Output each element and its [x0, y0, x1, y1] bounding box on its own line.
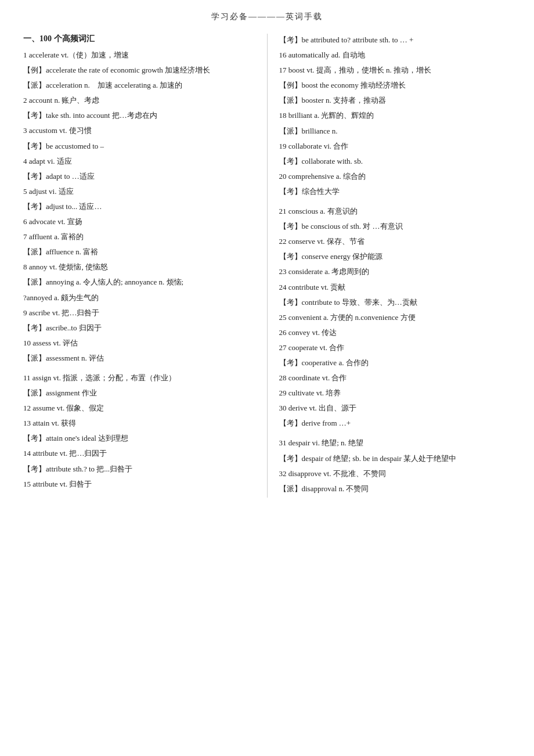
list-item: 2 account n. 账户、考虑	[23, 94, 255, 107]
list-item: 12 assume vt. 假象、假定	[23, 402, 255, 415]
list-item: 【考】attain one's ideal 达到理想	[23, 432, 255, 445]
list-item: 【派】disapproval n. 不赞同	[279, 483, 511, 495]
list-item: 19 collaborate vi. 合作	[279, 140, 511, 153]
list-item: 24 contribute vt. 贡献	[279, 281, 511, 294]
list-item: 22 conserve vt. 保存、节省	[279, 235, 511, 248]
list-item: 【例】boost the economy 推动经济增长	[279, 79, 511, 92]
list-item: 【派】affluence n. 富裕	[23, 246, 255, 258]
page-title: 学习必备————英词手载	[17, 12, 517, 22]
list-item: 【派】annoying a. 令人恼人的; annoyance n. 烦恼;	[23, 276, 255, 289]
list-item: 7 affluent a. 富裕的	[23, 231, 255, 243]
list-item: 32 disapprove vt. 不批准、不赞同	[279, 467, 511, 480]
list-item: 【考】adapt to …适应	[23, 170, 255, 183]
list-item: 【派】assessment n. 评估	[23, 352, 255, 365]
list-item: 20 comprehensive a. 综合的	[279, 170, 511, 183]
list-item: 26 convey vt. 传达	[279, 326, 511, 339]
list-item: 【派】acceleration n. 加速 accelerating a. 加速…	[23, 79, 255, 92]
list-item: 27 cooperate vt. 合作	[279, 341, 511, 354]
list-item: 11 assign vt. 指派，选派；分配，布置（作业）	[23, 372, 255, 384]
list-item: 28 coordinate vt. 合作	[279, 372, 511, 384]
list-item: 【考】contribute to 导致、带来、为…贡献	[279, 296, 511, 309]
list-item: 【考】be conscious of sth. 对 …有意识	[279, 220, 511, 233]
content-wrapper: 一、100 个高频词汇 1 accelerate vt.（使）加速，增速【例】a…	[17, 34, 517, 498]
list-item: 18 brilliant a. 光辉的、辉煌的	[279, 109, 511, 122]
list-item: 【派】booster n. 支持者，推动器	[279, 94, 511, 107]
list-item: 【派】assignment 作业	[23, 387, 255, 399]
list-item: 17 boost vt. 提高，推动，使增长 n. 推动，增长	[279, 64, 511, 77]
list-item: 25 convenient a. 方便的 n.convenience 方便	[279, 311, 511, 324]
list-item: 3 accustom vt. 使习惯	[23, 124, 255, 137]
list-item: 1 accelerate vt.（使）加速，增速	[23, 49, 255, 62]
list-item: 8 annoy vt. 使烦恼, 使恼怒	[23, 261, 255, 273]
list-item: 【考】综合性大学	[279, 185, 511, 198]
list-item: 4 adapt vi. 适应	[23, 155, 255, 168]
list-item: 15 attribute vt. 归咎于	[23, 478, 255, 491]
list-item: 【考】ascribe..to 归因于	[23, 322, 255, 334]
list-item: 【考】be accustomed to –	[23, 140, 255, 153]
list-item: 【例】accelerate the rate of economic growt…	[23, 64, 255, 77]
list-item: 5 adjust vi. 适应	[23, 185, 255, 198]
list-item: 16 automatically ad. 自动地	[279, 49, 511, 62]
list-item: ?annoyed a. 颇为生气的	[23, 291, 255, 304]
list-item: 23 considerate a. 考虑周到的	[279, 265, 511, 278]
list-item: 【考】despair of 绝望; sb. be in despair 某人处于…	[279, 452, 511, 465]
section-title: 一、100 个高频词汇	[23, 34, 255, 44]
list-item: 9 ascribe vt. 把…归咎于	[23, 307, 255, 319]
list-item: 【考】conserve energy 保护能源	[279, 250, 511, 263]
list-item: 【考】collaborate with. sb.	[279, 155, 511, 168]
right-column: 【考】be attributed to? attribute sth. to ……	[268, 34, 517, 498]
left-entries: 1 accelerate vt.（使）加速，增速【例】accelerate th…	[23, 49, 255, 491]
list-item: 10 assess vt. 评估	[23, 337, 255, 350]
list-item: 【考】cooperative a. 合作的	[279, 357, 511, 369]
list-item: 13 attain vt. 获得	[23, 417, 255, 430]
list-item: 29 cultivate vt. 培养	[279, 387, 511, 399]
list-item: 【考】attribute sth.? to 把...归咎于	[23, 463, 255, 476]
list-item: 30 derive vt. 出自、源于	[279, 402, 511, 415]
left-column: 一、100 个高频词汇 1 accelerate vt.（使）加速，增速【例】a…	[17, 34, 268, 498]
list-item: 【派】brilliance n.	[279, 125, 511, 138]
list-item: 21 conscious a. 有意识的	[279, 205, 511, 218]
list-item: 【考】be attributed to? attribute sth. to ……	[279, 34, 511, 46]
list-item: 31 despair vi. 绝望; n. 绝望	[279, 437, 511, 449]
right-entries: 【考】be attributed to? attribute sth. to ……	[279, 34, 511, 495]
list-item: 6 advocate vt. 宣扬	[23, 215, 255, 228]
list-item: 【考】derive from …+	[279, 417, 511, 430]
list-item: 14 attribute vt. 把…归因于	[23, 447, 255, 460]
list-item: 【考】adjust to... 适应…	[23, 200, 255, 213]
list-item: 【考】take sth. into account 把…考虑在内	[23, 109, 255, 122]
